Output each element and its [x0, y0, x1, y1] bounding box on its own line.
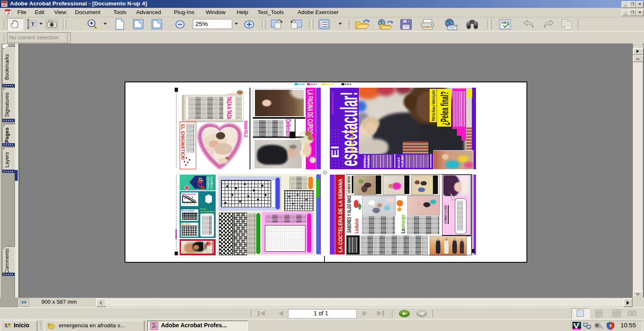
svg-text:MAMA FELIZ: MAMA FELIZ — [243, 121, 248, 137]
svg-text:Pasatiempos: Pasatiempos — [207, 176, 210, 189]
svg-text:¿Pelea final?: ¿Pelea final? — [439, 91, 450, 125]
svg-text:Loamargo: Loamargo — [400, 215, 406, 233]
svg-text:Cosmo: Cosmo — [202, 241, 207, 254]
svg-text:TAZA A TAZA: TAZA A TAZA — [226, 97, 233, 119]
svg-text:Patricia Sosa y Valeria Lynch: Patricia Sosa y Valeria Lynch — [431, 90, 436, 121]
svg-text:Crucigramas: Crucigramas — [210, 176, 213, 189]
svg-text:PRIMAVERA: PRIMAVERA — [367, 155, 370, 168]
svg-text:YOUTUBER: YOUTUBER — [401, 155, 404, 168]
svg-text:Lodulce: Lodulce — [354, 218, 360, 233]
svg-text:SABORES Y ALGO MAS: SABORES Y ALGO MAS — [346, 196, 352, 233]
svg-text:El: El — [330, 146, 340, 158]
svg-text:ESPERA LA: ESPERA LA — [363, 155, 367, 168]
svg-text:www.espectacular.com.ar: www.espectacular.com.ar — [331, 92, 334, 115]
svg-text:LO PIENSO Y LO DIGO: LO PIENSO Y LO DIGO — [444, 205, 447, 224]
svg-text:LA COCTELERA DE LA SEMANA: LA COCTELERA DE LA SEMANA — [337, 178, 344, 252]
svg-text:LA PAGINA DE CUPIDO: LA PAGINA DE CUPIDO — [306, 90, 315, 134]
svg-text:MAMÁ: MAMÁ — [397, 157, 401, 168]
svg-text:ABC: ABC — [502, 21, 509, 24]
svg-text:T: T — [31, 21, 35, 27]
svg-text:LO MAS VISTO: LO MAS VISTO — [347, 176, 351, 193]
svg-text:de EL PLATA: de EL PLATA — [350, 127, 354, 152]
